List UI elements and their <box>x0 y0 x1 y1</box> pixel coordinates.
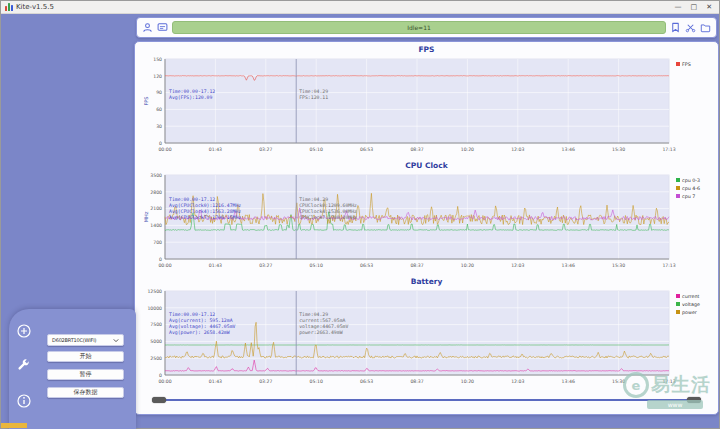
folder-icon[interactable] <box>700 22 711 33</box>
save-data-button[interactable]: 保存数据 <box>47 387 124 398</box>
svg-text:2500: 2500 <box>150 356 162 361</box>
svg-text:17:13: 17:13 <box>662 147 675 152</box>
cpu-clock-chart: CPU Clock 0700140021002800350000:0001:43… <box>138 161 715 277</box>
svg-text:5000: 5000 <box>150 339 162 344</box>
svg-text:power: power <box>682 310 697 315</box>
range-slider-right-handle[interactable] <box>687 397 701 403</box>
svg-text:CPUClock0:1209.60MHz: CPUClock0:1209.60MHz <box>299 203 357 208</box>
svg-text:03:27: 03:27 <box>259 263 272 268</box>
battery-chart-title: Battery <box>138 277 715 287</box>
svg-text:FPS: FPS <box>682 62 691 67</box>
scissors-icon[interactable] <box>685 22 696 33</box>
fps-chart: FPS 030609012015000:0001:4303:2705:1006:… <box>138 45 715 161</box>
device-select-value: D602BRT10C(WIFI) <box>52 337 96 343</box>
fps-chart-title: FPS <box>138 45 715 55</box>
pause-button-label: 暂停 <box>80 370 92 379</box>
svg-text:Time:04.29: Time:04.29 <box>299 197 328 202</box>
svg-text:2800: 2800 <box>150 190 162 195</box>
titlebar: Kite-v1.5.5 — □ ✕ <box>1 1 719 14</box>
svg-text:90: 90 <box>156 90 162 95</box>
svg-text:cpu 0-3: cpu 0-3 <box>682 178 700 183</box>
bookmark-icon[interactable] <box>670 22 681 33</box>
svg-text:Time:00.00-17.12: Time:00.00-17.12 <box>169 312 215 317</box>
status-text: Idle=11 <box>407 24 431 31</box>
svg-text:current:567.05mA: current:567.05mA <box>299 318 345 323</box>
svg-text:06:53: 06:53 <box>360 379 373 384</box>
maximize-button[interactable]: □ <box>691 1 698 14</box>
svg-text:12500: 12500 <box>147 289 162 294</box>
svg-text:MHz: MHz <box>143 211 149 222</box>
svg-text:150: 150 <box>153 57 162 62</box>
corner-strip <box>1 423 27 428</box>
battery-plot[interactable]: 0250050007500100001250000:0001:4303:2705… <box>138 287 715 391</box>
svg-text:17:13: 17:13 <box>662 379 675 384</box>
svg-text:power:2663.49mW: power:2663.49mW <box>299 330 342 335</box>
start-button-label: 开始 <box>80 352 92 361</box>
chevron-down-icon <box>113 338 119 343</box>
svg-text:3500: 3500 <box>150 173 162 178</box>
message-icon[interactable] <box>157 22 168 33</box>
user-icon[interactable] <box>142 22 153 33</box>
svg-text:30: 30 <box>156 124 162 129</box>
svg-text:13:46: 13:46 <box>562 263 575 268</box>
svg-text:15:30: 15:30 <box>612 263 625 268</box>
fps-plot[interactable]: 030609012015000:0001:4303:2705:1006:5308… <box>138 55 715 159</box>
wrench-icon[interactable] <box>16 357 32 373</box>
main-area: Idle=11 FPS 030609012015000:0001:4303:27… <box>1 14 719 428</box>
svg-text:08:37: 08:37 <box>410 147 423 152</box>
svg-text:06:53: 06:53 <box>360 147 373 152</box>
svg-text:CPUClock4:1536.00MHz: CPUClock4:1536.00MHz <box>299 209 357 214</box>
svg-text:12:03: 12:03 <box>511 147 524 152</box>
svg-text:60: 60 <box>156 107 162 112</box>
svg-text:00:00: 00:00 <box>158 147 171 152</box>
svg-text:2100: 2100 <box>150 206 162 211</box>
svg-text:10000: 10000 <box>147 306 162 311</box>
start-button[interactable]: 开始 <box>47 351 124 362</box>
svg-text:15:30: 15:30 <box>612 147 625 152</box>
range-slider-left-handle[interactable] <box>152 397 166 403</box>
device-select[interactable]: D602BRT10C(WIFI) <box>47 334 124 346</box>
svg-text:Time:04.29: Time:04.29 <box>299 312 328 317</box>
time-range-slider <box>138 393 715 407</box>
cpu-clock-plot[interactable]: 0700140021002800350000:0001:4303:2705:10… <box>138 171 715 275</box>
svg-text:12:03: 12:03 <box>511 263 524 268</box>
svg-text:03:27: 03:27 <box>259 379 272 384</box>
cpu-clock-chart-title: CPU Clock <box>138 161 715 171</box>
svg-text:0: 0 <box>159 373 162 378</box>
svg-text:0: 0 <box>159 141 162 146</box>
slider-track[interactable] <box>160 399 693 401</box>
pause-button[interactable]: 暂停 <box>47 369 124 380</box>
svg-text:0: 0 <box>159 257 162 262</box>
svg-text:Time:04.29: Time:04.29 <box>299 89 328 94</box>
svg-text:cpu 7: cpu 7 <box>682 194 695 199</box>
svg-text:10:20: 10:20 <box>461 147 474 152</box>
svg-text:10:20: 10:20 <box>461 379 474 384</box>
svg-text:FPS: FPS <box>143 96 149 105</box>
svg-text:05:10: 05:10 <box>310 147 323 152</box>
app-icon <box>5 3 13 11</box>
svg-text:13:46: 13:46 <box>562 379 575 384</box>
svg-text:Time:00.00-17.12: Time:00.00-17.12 <box>169 197 215 202</box>
svg-text:700: 700 <box>153 240 162 245</box>
window-title: Kite-v1.5.5 <box>16 3 672 11</box>
info-icon[interactable] <box>16 393 32 409</box>
svg-text:08:37: 08:37 <box>410 263 423 268</box>
svg-text:08:37: 08:37 <box>410 379 423 384</box>
svg-text:05:10: 05:10 <box>310 263 323 268</box>
svg-text:CPUClock7:1708.80MHz: CPUClock7:1708.80MHz <box>299 215 357 220</box>
svg-text:Time:00.00-17.12: Time:00.00-17.12 <box>169 89 215 94</box>
minimize-button[interactable]: — <box>675 1 682 14</box>
svg-text:01:43: 01:43 <box>209 379 222 384</box>
svg-text:cpu 4-6: cpu 4-6 <box>682 186 700 191</box>
svg-text:06:53: 06:53 <box>360 263 373 268</box>
charts-panel: FPS 030609012015000:0001:4303:2705:1006:… <box>134 41 719 415</box>
add-button[interactable] <box>16 323 32 339</box>
svg-text:1400: 1400 <box>150 223 162 228</box>
app-window: Kite-v1.5.5 — □ ✕ Idle=11 <box>0 0 720 429</box>
svg-text:00:00: 00:00 <box>158 263 171 268</box>
svg-text:120: 120 <box>153 74 162 79</box>
svg-text:17:13: 17:13 <box>662 263 675 268</box>
svg-text:10:20: 10:20 <box>461 263 474 268</box>
close-button[interactable]: ✕ <box>706 1 712 14</box>
svg-text:05:10: 05:10 <box>310 379 323 384</box>
